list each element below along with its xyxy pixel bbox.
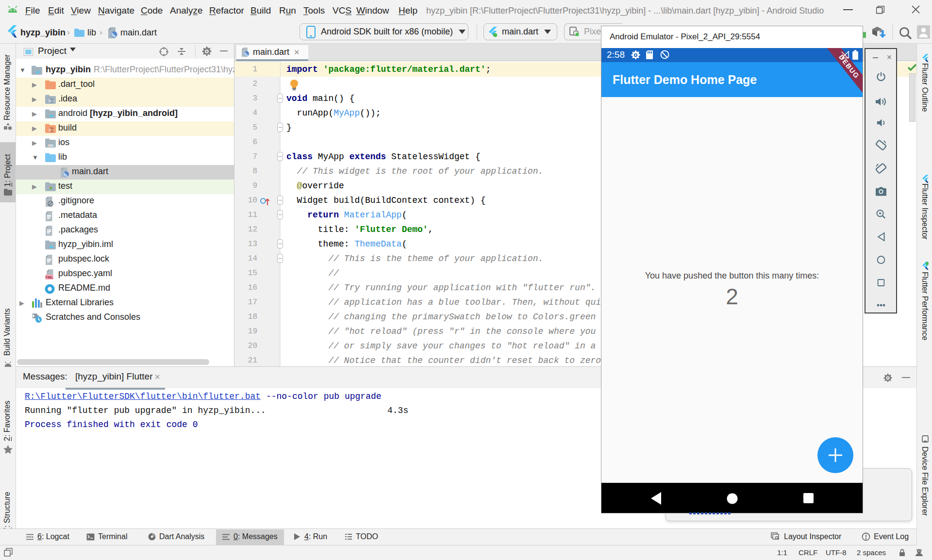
svg-text:YML: YML (46, 275, 53, 280)
